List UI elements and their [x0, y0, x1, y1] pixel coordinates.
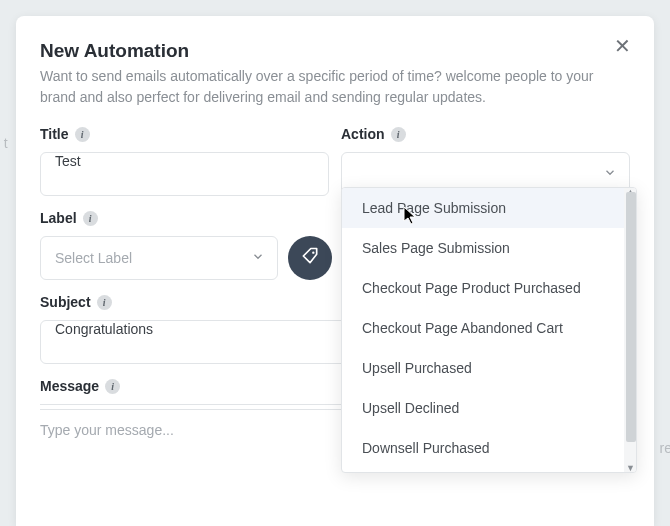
subject-input-value: Congratulations: [55, 321, 153, 337]
message-label-text: Message: [40, 378, 99, 394]
title-input-value: Test: [55, 153, 81, 169]
action-dropdown: Lead Page SubmissionSales Page Submissio…: [341, 187, 637, 473]
close-icon: ✕: [614, 34, 631, 58]
background-text-right: re: [660, 440, 670, 456]
add-label-button[interactable]: [288, 236, 332, 280]
label-select-placeholder: Select Label: [55, 250, 132, 266]
title-input[interactable]: Test: [40, 152, 329, 196]
action-label-text: Action: [341, 126, 385, 142]
action-option[interactable]: Upsell Declined: [342, 388, 636, 428]
action-option[interactable]: Checkout Page Product Purchased: [342, 268, 636, 308]
info-icon[interactable]: i: [75, 127, 90, 142]
scrollbar-track[interactable]: ▲ ▼: [624, 188, 636, 472]
title-field-label: Title i: [40, 126, 329, 142]
subject-label-text: Subject: [40, 294, 91, 310]
action-option[interactable]: Downsell Purchased: [342, 428, 636, 468]
action-option[interactable]: Checkout Page Abandoned Cart: [342, 308, 636, 348]
background-text-left: f t: [0, 135, 8, 151]
chevron-down-icon: [251, 250, 265, 267]
action-field-label: Action i: [341, 126, 630, 142]
title-label-text: Title: [40, 126, 69, 142]
action-option[interactable]: Sales Page Submission: [342, 228, 636, 268]
info-icon[interactable]: i: [105, 379, 120, 394]
scroll-down-icon[interactable]: ▼: [626, 463, 635, 473]
info-icon[interactable]: i: [83, 211, 98, 226]
info-icon[interactable]: i: [97, 295, 112, 310]
close-button[interactable]: ✕: [610, 34, 634, 58]
info-icon[interactable]: i: [391, 127, 406, 142]
label-select[interactable]: Select Label: [40, 236, 278, 280]
svg-point-0: [312, 252, 314, 254]
scrollbar-thumb[interactable]: [626, 192, 636, 442]
message-placeholder: Type your message...: [40, 422, 174, 438]
action-option[interactable]: Lead Page Submission: [342, 188, 636, 228]
tag-icon: [300, 246, 320, 270]
label-label-text: Label: [40, 210, 77, 226]
chevron-down-icon: [603, 166, 617, 183]
modal-title: New Automation: [40, 40, 630, 62]
action-option[interactable]: Upsell Purchased: [342, 348, 636, 388]
modal-subtitle: Want to send emails automatically over a…: [40, 66, 600, 108]
